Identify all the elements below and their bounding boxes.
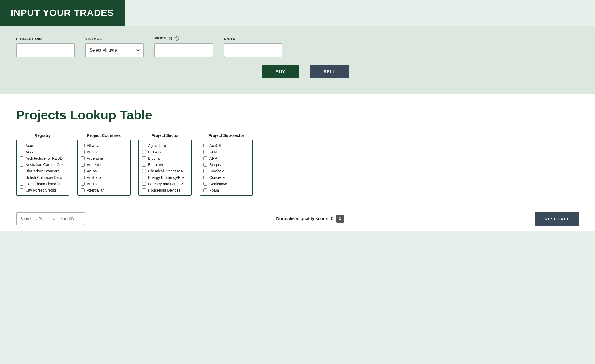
subsector-alm-checkbox[interactable] <box>203 150 207 154</box>
units-input[interactable] <box>224 43 282 57</box>
sector-agriculture-checkbox[interactable] <box>142 144 146 147</box>
quality-score-area: Normalised quality score: 0 X <box>276 215 344 223</box>
sector-list[interactable]: Agriculture BECCS Biochar Bio-other Chem… <box>138 140 192 196</box>
list-item: Australia <box>80 174 127 181</box>
list-item: Chemical Processes/I <box>142 168 189 174</box>
list-item: Household Devices <box>142 187 189 193</box>
list-item: Borehole <box>203 168 250 174</box>
list-item: City Forest Credits <box>19 187 66 193</box>
subsector-foam-checkbox[interactable] <box>203 188 207 192</box>
sector-chemical-checkbox[interactable] <box>142 169 146 173</box>
list-item: Austria <box>80 181 127 187</box>
country-angola-checkbox[interactable] <box>81 150 85 154</box>
list-item: ALM <box>203 149 250 155</box>
price-label: PRICE ($) i <box>154 36 213 41</box>
list-item: Azerbaijan <box>80 187 127 193</box>
project-uid-input[interactable] <box>16 43 75 57</box>
quality-score-value: 0 <box>331 216 333 221</box>
country-argentina-checkbox[interactable] <box>81 156 85 160</box>
header-banner: INPUT YOUR TRADES <box>0 0 125 26</box>
vintage-group: VINTAGE Select Vintage 2018 2019 2020 20… <box>85 37 144 57</box>
sector-filter-group: Project Sector Agriculture BECCS Biochar… <box>138 133 192 196</box>
trade-section: PROJECT UID VINTAGE Select Vintage 2018 … <box>0 26 595 94</box>
country-austria-checkbox[interactable] <box>81 182 85 186</box>
sector-forestry-checkbox[interactable] <box>142 182 146 186</box>
quality-score-clear-button[interactable]: X <box>336 215 344 223</box>
list-item: ACR <box>19 149 66 155</box>
list-item: AcoGS <box>203 142 250 149</box>
project-uid-group: PROJECT UID <box>16 37 75 57</box>
registry-aus-carbon-checkbox[interactable] <box>20 163 23 167</box>
subsector-biogas-checkbox[interactable] <box>203 163 207 167</box>
project-uid-label: PROJECT UID <box>16 37 75 41</box>
btn-row: BUY SELL <box>16 65 579 78</box>
subsector-concrete-checkbox[interactable] <box>203 176 207 179</box>
registry-acorn-checkbox[interactable] <box>20 144 23 147</box>
country-aruba-checkbox[interactable] <box>81 169 85 173</box>
subsector-arr-checkbox[interactable] <box>203 156 207 160</box>
registry-list[interactable]: Acorn ACR Architecture for REDD Australi… <box>16 140 69 196</box>
country-azerbaijan-checkbox[interactable] <box>81 188 85 192</box>
list-item: BECCS <box>142 149 189 155</box>
search-input[interactable] <box>16 212 85 225</box>
sector-beccs-checkbox[interactable] <box>142 150 146 154</box>
registry-acr-checkbox[interactable] <box>20 150 23 154</box>
countries-filter-group: Project Countries Albania Angola Argenti… <box>77 133 131 196</box>
subsector-filter-group: Project Sub-sector AcoGS ALM ARR Biogas … <box>200 133 253 196</box>
list-item: BioCarbon Standard <box>19 168 66 174</box>
buy-button[interactable]: BUY <box>262 65 299 78</box>
lookup-section: Projects Lookup Table Registry Acorn ACR… <box>0 94 595 206</box>
list-item: Cookstove <box>203 181 250 187</box>
list-item: Angola <box>80 149 127 155</box>
sector-bio-other-checkbox[interactable] <box>142 163 146 167</box>
country-armenia-checkbox[interactable] <box>81 163 85 167</box>
search-wrap <box>16 212 85 225</box>
registry-arch-redd-checkbox[interactable] <box>20 156 23 160</box>
subsector-cookstove-checkbox[interactable] <box>203 182 207 186</box>
subsector-acogs-checkbox[interactable] <box>203 144 207 147</box>
list-item: Bio-other <box>142 162 189 168</box>
units-group: UNITS <box>224 37 282 57</box>
list-item: Energy Efficiency/Fue <box>142 174 189 181</box>
registry-label: Registry <box>16 133 69 138</box>
vintage-label: VINTAGE <box>85 37 144 41</box>
sector-biochar-checkbox[interactable] <box>142 156 146 160</box>
list-item: Aruba <box>80 168 127 174</box>
bottom-bar: Normalised quality score: 0 X RESET ALL <box>0 206 595 231</box>
registry-bc-carb-checkbox[interactable] <box>20 176 23 179</box>
registry-biocarbon-checkbox[interactable] <box>20 169 23 173</box>
vintage-select[interactable]: Select Vintage 2018 2019 2020 2021 2022 … <box>85 43 144 57</box>
units-label: UNITS <box>224 37 282 41</box>
registry-city-forest-checkbox[interactable] <box>20 188 23 192</box>
list-item: Cercarbono (listed on <box>19 181 66 187</box>
price-input[interactable] <box>154 43 213 57</box>
countries-list[interactable]: Albania Angola Argentina Armenia Aruba A… <box>77 140 131 196</box>
price-group: PRICE ($) i <box>154 36 213 57</box>
list-item: Concrete <box>203 174 250 181</box>
list-item: Biochar <box>142 155 189 162</box>
quality-score-label: Normalised quality score: <box>276 216 328 221</box>
list-item: Australian Carbon Cre <box>19 162 66 168</box>
registry-filter-group: Registry Acorn ACR Architecture for REDD… <box>16 133 69 196</box>
subsector-label: Project Sub-sector <box>200 133 253 138</box>
list-item: Albania <box>80 142 127 149</box>
price-info-icon[interactable]: i <box>175 36 179 41</box>
list-item: Armenia <box>80 162 127 168</box>
list-item: Biogas <box>203 162 250 168</box>
list-item: British Columbia Carb <box>19 174 66 181</box>
sell-button[interactable]: SELL <box>310 65 349 78</box>
sector-household-checkbox[interactable] <box>142 188 146 192</box>
form-row: PROJECT UID VINTAGE Select Vintage 2018 … <box>16 36 579 57</box>
subsector-list[interactable]: AcoGS ALM ARR Biogas Borehole Concrete C… <box>200 140 253 196</box>
page-title: INPUT YOUR TRADES <box>11 7 114 18</box>
list-item: ARR <box>203 155 250 162</box>
countries-label: Project Countries <box>77 133 131 138</box>
reset-all-button[interactable]: RESET ALL <box>535 212 579 226</box>
registry-cercarbono-checkbox[interactable] <box>20 182 23 186</box>
sector-energy-eff-checkbox[interactable] <box>142 176 146 179</box>
country-australia-checkbox[interactable] <box>81 176 85 179</box>
list-item: Forestry and Land Us <box>142 181 189 187</box>
list-item: Agriculture <box>142 142 189 149</box>
country-albania-checkbox[interactable] <box>81 144 85 147</box>
subsector-borehole-checkbox[interactable] <box>203 169 207 173</box>
